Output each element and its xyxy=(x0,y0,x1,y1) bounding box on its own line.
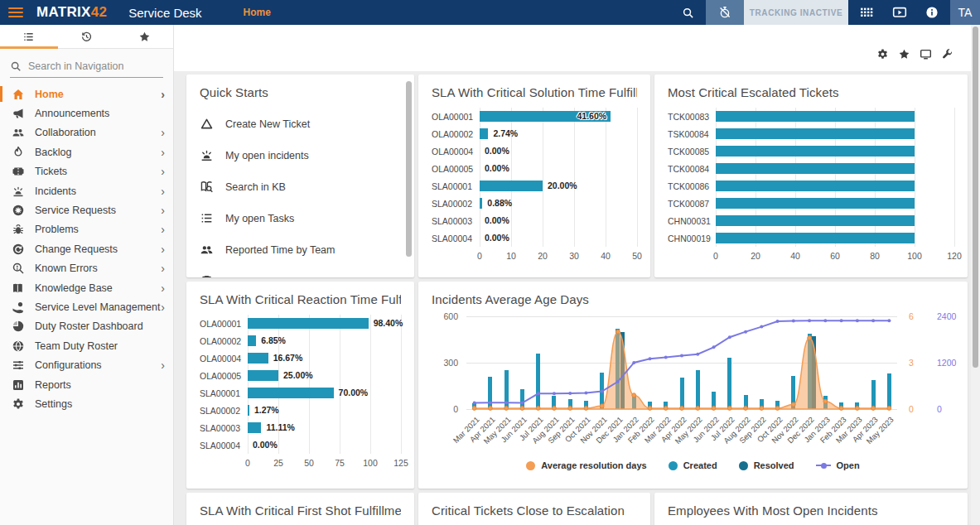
hamburger-icon[interactable] xyxy=(8,7,23,17)
time-tracking-widget[interactable]: TRACKING INACTIVE xyxy=(706,0,848,25)
sla-solution-card: SLA With Critical Solution Time Fulfillm… xyxy=(418,75,650,277)
wrench-icon[interactable] xyxy=(941,48,959,66)
bar-value-label: 16.67% xyxy=(273,353,303,364)
star-icon[interactable] xyxy=(898,48,916,66)
quick-start-label: Search in KB xyxy=(225,181,286,193)
sidebar-item-label: Incidents xyxy=(35,185,76,197)
bar-category-label: TCK00087 xyxy=(668,199,716,209)
bar-category-label: OLA00002 xyxy=(200,336,248,346)
quick-start-reported-time-by-team[interactable]: Reported Time by Team xyxy=(200,243,401,257)
sla-reaction-card: SLA With Critical Reaction Time Fulfill.… xyxy=(186,282,414,489)
bar-value-label: 6.85% xyxy=(261,335,286,346)
first-shot-card: SLA With Critical First Shot Fulfillment xyxy=(186,493,414,525)
bar-row-SLA00003: SLA00003 11.11% xyxy=(200,419,401,436)
sidebar-item-collaboration[interactable]: Collaboration› xyxy=(0,123,173,142)
legend-item-open[interactable]: Open xyxy=(816,460,860,470)
legend-item-created[interactable]: Created xyxy=(669,460,717,470)
quick-start-my-open-incidents[interactable]: My open incidents xyxy=(200,148,401,162)
sidebar-item-duty-roster-dashboard[interactable]: Duty Roster Dashboard xyxy=(0,317,173,336)
sidebar-item-incidents[interactable]: Incidents› xyxy=(0,181,173,200)
sidebar-item-tickets[interactable]: Tickets› xyxy=(0,162,173,181)
quick-start-reported-time-by-me[interactable]: Reported Time by Me xyxy=(200,274,401,277)
apps-grid-icon[interactable] xyxy=(860,6,874,20)
legend-marker xyxy=(526,461,535,470)
sidebar-item-backlog[interactable]: Backlog› xyxy=(0,142,173,161)
x-axis-tick: 0 xyxy=(477,251,482,261)
magnifier-icon xyxy=(12,262,25,275)
bar-value-label: 20.00% xyxy=(548,181,577,191)
chevron-right-icon: › xyxy=(161,359,165,371)
navigation-search[interactable] xyxy=(10,60,163,78)
quick-start-label: Reported Time by Team xyxy=(225,244,335,256)
sidebar-item-knowledge-base[interactable]: Knowledge Base› xyxy=(0,278,173,297)
video-tutorial-icon[interactable] xyxy=(892,5,907,20)
service-gear-icon xyxy=(12,204,25,217)
sidebar-item-label: Tickets xyxy=(35,166,67,177)
monitor-icon[interactable] xyxy=(920,48,938,66)
x-axis-tick: 40 xyxy=(790,251,800,261)
quick-start-create-new-ticket[interactable]: Create New Ticket xyxy=(200,117,401,131)
tab-home[interactable]: Home xyxy=(232,0,282,25)
sidebar-item-label: Service Requests xyxy=(35,205,116,216)
bar-category-label: SLA00001 xyxy=(200,388,248,398)
sidebar-item-problems[interactable]: Problems› xyxy=(0,220,173,239)
card-title: Most Critical Escalated Tickets xyxy=(668,85,954,99)
sidebar-item-announcements[interactable]: Announcements xyxy=(0,104,173,123)
card-scrollbar-thumb[interactable] xyxy=(406,81,412,257)
legend-item-resolved[interactable]: Resolved xyxy=(739,460,794,470)
bar-row-OLA00004: OLA00004 0.00% xyxy=(432,142,637,160)
chevron-right-icon: › xyxy=(161,147,165,158)
search-icon[interactable] xyxy=(682,7,694,19)
search-input[interactable] xyxy=(28,60,152,72)
legend-marker xyxy=(669,461,678,470)
history-tab[interactable] xyxy=(58,25,116,48)
sidebar-item-change-requests[interactable]: Change Requests› xyxy=(0,239,173,258)
sidebar-item-home[interactable]: Home› xyxy=(0,84,173,104)
x-axis-tick: 20 xyxy=(538,251,548,261)
bar-row-OLA00001: OLA00001 98.40% xyxy=(200,315,401,332)
window-scrollbar[interactable] xyxy=(971,25,980,525)
bar xyxy=(716,233,915,243)
card-title: SLA With Critical Solution Time Fulfillm… xyxy=(432,85,637,99)
bar-value-label: 11.11% xyxy=(266,422,294,433)
info-icon[interactable] xyxy=(925,6,939,19)
bar-row-TCK00084: TCK00084 xyxy=(668,160,954,177)
favorites-tab[interactable] xyxy=(115,25,173,48)
chevron-right-icon: › xyxy=(161,205,165,216)
sidebar-item-settings[interactable]: Settings xyxy=(0,394,173,413)
x-axis-tick: 125 xyxy=(393,458,408,468)
sidebar-item-configurations[interactable]: Configurations› xyxy=(0,355,173,374)
bar-value-label: 0.00% xyxy=(485,163,509,174)
bar xyxy=(480,181,543,191)
bar-row-CHN00019: CHN00019 xyxy=(668,229,954,247)
gear-icon[interactable] xyxy=(876,48,895,66)
ticket-icon xyxy=(12,165,25,178)
bar xyxy=(248,388,334,398)
hand-gear-icon xyxy=(12,301,25,314)
navigation-tab[interactable] xyxy=(0,25,58,48)
card-title: SLA With Critical Reaction Time Fulfill.… xyxy=(200,292,401,306)
bar-category-label: OLA00002 xyxy=(432,129,480,139)
sidebar-item-service-requests[interactable]: Service Requests› xyxy=(0,200,173,219)
tracking-inactive-button[interactable]: TRACKING INACTIVE xyxy=(744,0,848,25)
sidebar-item-known-errors[interactable]: Known Errors› xyxy=(0,259,173,278)
bar-row-SLA00003: SLA00003 0.00% xyxy=(432,212,637,229)
card-title: Incidents Average Age Days xyxy=(432,292,954,306)
bar-category-label: TCK00083 xyxy=(668,112,716,122)
quick-start-my-open-tasks[interactable]: My open Tasks xyxy=(200,211,401,225)
bar-category-label: OLA00001 xyxy=(200,319,248,329)
sidebar-item-team-duty-roster[interactable]: Team Duty Roster xyxy=(0,336,173,355)
stopwatch-off-icon[interactable] xyxy=(706,0,744,25)
window-scrollbar-thumb[interactable] xyxy=(973,26,978,368)
legend-item-average-resolution-days[interactable]: Average resolution days xyxy=(526,460,646,470)
bar-row-TCK00083: TCK00083 xyxy=(668,108,954,125)
sidebar-item-label: Problems xyxy=(35,224,79,235)
sidebar-item-service-level-management[interactable]: Service Level Management› xyxy=(0,297,173,316)
right-axis-orange-tick: 3 xyxy=(909,358,914,368)
bar xyxy=(716,198,915,209)
sidebar-item-label: Change Requests xyxy=(35,243,118,255)
book-search-icon xyxy=(200,180,214,194)
quick-start-search-in-kb[interactable]: Search in KB xyxy=(200,180,401,194)
user-avatar[interactable]: TA xyxy=(950,0,980,25)
sidebar-item-reports[interactable]: Reports xyxy=(0,375,173,394)
